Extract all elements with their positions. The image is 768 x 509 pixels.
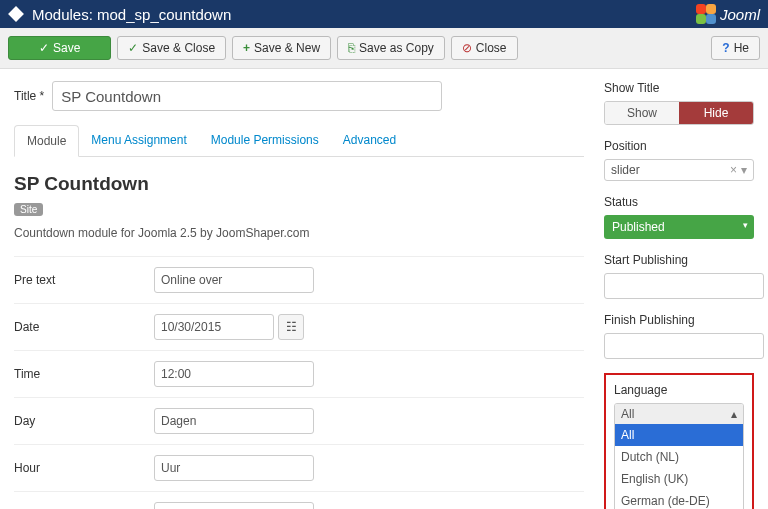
time-input[interactable] <box>154 361 314 387</box>
save-button[interactable]: Save <box>8 36 111 60</box>
tab-module-permissions[interactable]: Module Permissions <box>199 125 331 156</box>
date-label: Date <box>14 320 154 334</box>
language-selected[interactable]: All▴ <box>615 404 743 424</box>
toolbar: Save Save & Close Save & New Save as Cop… <box>0 28 768 69</box>
save-copy-button[interactable]: Save as Copy <box>337 36 445 60</box>
help-button[interactable]: He <box>711 36 760 60</box>
pretext-input[interactable] <box>154 267 314 293</box>
module-description: Countdown module for Joomla 2.5 by JoomS… <box>14 226 584 240</box>
close-label: Close <box>476 41 507 55</box>
joomla-logo: Jooml <box>696 4 760 24</box>
site-badge: Site <box>14 203 43 216</box>
show-title-toggle: Show Hide <box>604 101 754 125</box>
title-input[interactable] <box>52 81 442 111</box>
day-input[interactable] <box>154 408 314 434</box>
language-section: Language All▴ All Dutch (NL) English (UK… <box>604 373 754 509</box>
save-close-label: Save & Close <box>142 41 215 55</box>
copy-icon <box>348 41 355 55</box>
help-icon <box>722 41 729 55</box>
position-label: Position <box>604 139 754 153</box>
finish-pub-input[interactable] <box>604 333 764 359</box>
hour-input[interactable] <box>154 455 314 481</box>
day-label: Day <box>14 414 154 428</box>
language-select[interactable]: All▴ All Dutch (NL) English (UK) German … <box>614 403 744 509</box>
hour-label: Hour <box>14 461 154 475</box>
check-icon <box>128 41 138 55</box>
status-label: Status <box>604 195 754 209</box>
page-header: Modules: mod_sp_countdown Jooml <box>0 0 768 28</box>
save-close-button[interactable]: Save & Close <box>117 36 226 60</box>
save-label: Save <box>53 41 80 55</box>
joomla-logo-text: Jooml <box>720 6 760 23</box>
chevron-down-icon: ▾ <box>741 163 747 177</box>
tab-menu-assignment[interactable]: Menu Assignment <box>79 125 198 156</box>
joomla-icon <box>696 4 716 24</box>
position-value: slider <box>611 163 640 177</box>
title-label: Title * <box>14 89 44 103</box>
save-new-button[interactable]: Save & New <box>232 36 331 60</box>
language-option-german[interactable]: German (de-DE) <box>615 490 743 509</box>
position-select[interactable]: slider▾× <box>604 159 754 181</box>
main-panel: Title * Module Menu Assignment Module Pe… <box>14 81 584 509</box>
language-option-english[interactable]: English (UK) <box>615 468 743 490</box>
tabs: Module Menu Assignment Module Permission… <box>14 125 584 157</box>
status-select[interactable]: Published <box>604 215 754 239</box>
chevron-up-icon: ▴ <box>731 407 737 421</box>
show-title-label: Show Title <box>604 81 754 95</box>
date-input[interactable] <box>154 314 274 340</box>
hide-button[interactable]: Hide <box>679 102 753 124</box>
minutes-input[interactable] <box>154 502 314 509</box>
show-button[interactable]: Show <box>605 102 679 124</box>
status-value: Published <box>612 220 665 234</box>
help-label: He <box>734 41 749 55</box>
module-name: SP Countdown <box>14 173 584 195</box>
save-copy-label: Save as Copy <box>359 41 434 55</box>
page-title: Modules: mod_sp_countdown <box>32 6 231 23</box>
language-option-all[interactable]: All <box>615 424 743 446</box>
check-icon <box>39 41 49 55</box>
clear-icon[interactable]: × <box>730 163 737 177</box>
save-new-label: Save & New <box>254 41 320 55</box>
close-icon <box>462 41 472 55</box>
calendar-icon[interactable] <box>278 314 304 340</box>
time-label: Time <box>14 367 154 381</box>
plus-icon <box>243 41 250 55</box>
module-icon <box>8 6 24 22</box>
tab-module[interactable]: Module <box>14 125 79 157</box>
start-pub-input[interactable] <box>604 273 764 299</box>
language-option-dutch[interactable]: Dutch (NL) <box>615 446 743 468</box>
side-panel: Show Title Show Hide Position slider▾× S… <box>604 81 754 509</box>
finish-pub-label: Finish Publishing <box>604 313 754 327</box>
language-label: Language <box>614 383 744 397</box>
start-pub-label: Start Publishing <box>604 253 754 267</box>
close-button[interactable]: Close <box>451 36 518 60</box>
pretext-label: Pre text <box>14 273 154 287</box>
tab-advanced[interactable]: Advanced <box>331 125 408 156</box>
